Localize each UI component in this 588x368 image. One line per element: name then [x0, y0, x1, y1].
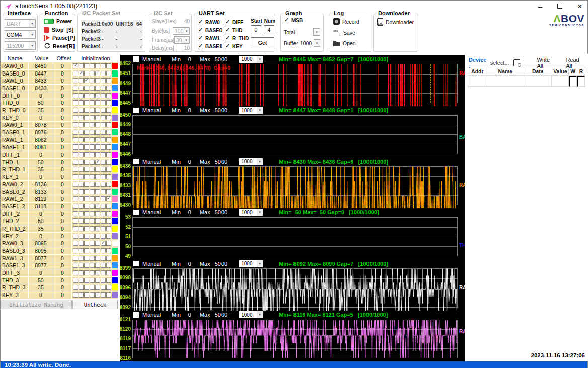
init-checkbox[interactable] — [79, 115, 84, 120]
init-checkbox[interactable] — [101, 93, 106, 98]
init-checkbox[interactable] — [106, 241, 111, 246]
read-checkbox[interactable] — [577, 76, 585, 87]
init-checkbox[interactable] — [84, 93, 89, 98]
init-checkbox[interactable] — [79, 100, 84, 105]
init-checkbox[interactable] — [95, 211, 100, 216]
init-checkbox[interactable] — [101, 218, 106, 224]
init-checkbox[interactable] — [101, 86, 106, 91]
init-checkbox[interactable] — [106, 234, 111, 239]
uncheck-button[interactable]: UnCheck — [72, 300, 118, 309]
manual-checkbox[interactable] — [133, 312, 139, 318]
init-checkbox[interactable] — [95, 174, 100, 179]
init-checkbox[interactable] — [106, 256, 111, 261]
init-checkbox[interactable] — [84, 285, 89, 290]
init-checkbox[interactable] — [106, 218, 111, 224]
init-checkbox[interactable] — [73, 211, 78, 216]
record-button[interactable]: Record — [333, 18, 359, 25]
uart-check-base1[interactable]: BASE1 — [198, 42, 222, 50]
buffer-select[interactable]: ▼ — [314, 39, 320, 47]
init-checkbox[interactable] — [95, 160, 100, 165]
init-checkbox[interactable] — [84, 270, 89, 275]
init-checkbox[interactable] — [79, 174, 84, 179]
init-checkbox[interactable] — [101, 234, 106, 239]
init-checkbox[interactable] — [84, 204, 89, 209]
init-checkbox[interactable] — [90, 182, 95, 187]
init-checkbox[interactable] — [79, 63, 84, 68]
init-checkbox[interactable] — [101, 160, 106, 165]
init-checkbox[interactable] — [90, 234, 95, 239]
init-checkbox[interactable] — [90, 122, 95, 127]
init-checkbox[interactable] — [95, 241, 100, 246]
init-checkbox[interactable] — [106, 226, 111, 231]
scale-select[interactable]: 1000▼ — [239, 311, 263, 318]
init-checkbox[interactable] — [79, 226, 84, 231]
init-checkbox[interactable] — [90, 211, 95, 216]
init-checkbox[interactable] — [90, 160, 95, 165]
init-checkbox[interactable] — [101, 137, 106, 142]
init-checkbox[interactable] — [101, 285, 106, 290]
init-checkbox[interactable] — [106, 115, 111, 120]
init-checkbox[interactable] — [90, 93, 95, 98]
init-checkbox[interactable] — [73, 115, 78, 120]
init-checkbox[interactable] — [73, 160, 78, 165]
pause-button[interactable]: Pause[P] — [44, 35, 75, 41]
init-checkbox[interactable] — [73, 86, 78, 91]
init-checkbox[interactable] — [84, 100, 89, 105]
init-checkbox[interactable] — [90, 152, 95, 157]
save-button[interactable]: Save — [333, 29, 355, 36]
open-button[interactable]: Open — [333, 40, 356, 46]
init-checkbox[interactable] — [73, 270, 78, 275]
init-checkbox[interactable] — [95, 248, 100, 253]
init-checkbox[interactable] — [101, 63, 106, 68]
init-checkbox[interactable] — [79, 78, 84, 83]
maximize-button[interactable] — [557, 4, 562, 9]
reset-button[interactable]: Reset[R] — [44, 43, 75, 49]
init-checkbox[interactable] — [79, 86, 84, 91]
init-checkbox[interactable] — [73, 78, 78, 83]
init-checkbox[interactable] — [101, 108, 106, 113]
init-checkbox[interactable] — [84, 160, 89, 165]
init-checkbox[interactable] — [90, 189, 95, 194]
init-checkbox[interactable] — [106, 278, 111, 283]
init-checkbox[interactable] — [84, 122, 89, 127]
checkbox-icon[interactable] — [198, 44, 203, 49]
init-checkbox[interactable] — [90, 196, 95, 201]
init-checkbox[interactable] — [106, 100, 111, 105]
checkbox-icon[interactable] — [225, 36, 230, 41]
init-checkbox[interactable] — [90, 204, 95, 209]
init-checkbox[interactable] — [95, 63, 100, 68]
init-checkbox[interactable] — [101, 211, 106, 216]
init-checkbox[interactable] — [101, 100, 106, 105]
scale-select[interactable]: 1000▼ — [239, 107, 263, 114]
init-checkbox[interactable] — [79, 256, 84, 261]
downloader-button[interactable]: EXEDownloader — [377, 18, 414, 26]
manual-checkbox[interactable] — [133, 261, 139, 266]
uart-check-thd[interactable]: THD — [225, 26, 249, 34]
manual-checkbox[interactable] — [133, 210, 139, 215]
init-checkbox[interactable] — [101, 189, 106, 194]
init-checkbox[interactable] — [101, 130, 106, 135]
init-checkbox[interactable] — [95, 182, 100, 187]
init-checkbox[interactable] — [106, 160, 111, 165]
init-checkbox[interactable] — [90, 292, 95, 298]
scale-select[interactable]: 1000▼ — [239, 260, 263, 267]
init-checkbox[interactable] — [79, 182, 84, 187]
init-checkbox[interactable] — [106, 152, 111, 157]
manual-checkbox[interactable] — [133, 108, 139, 113]
init-checkbox[interactable] — [106, 189, 111, 194]
init-checkbox[interactable] — [106, 211, 111, 216]
scale-select[interactable]: 1000▼ — [239, 158, 263, 165]
init-checkbox[interactable] — [90, 130, 95, 135]
init-checkbox[interactable] — [79, 144, 84, 150]
checkbox-icon[interactable] — [225, 20, 230, 25]
init-checkbox[interactable] — [95, 115, 100, 120]
init-checkbox[interactable] — [90, 256, 95, 261]
init-checkbox[interactable] — [106, 248, 111, 253]
power-button[interactable]: Power — [44, 18, 72, 24]
init-checkbox[interactable] — [101, 115, 106, 120]
init-checkbox[interactable] — [90, 71, 95, 76]
uart-check-base0[interactable]: BASE0 — [198, 26, 222, 34]
init-checkbox[interactable] — [79, 122, 84, 127]
init-checkbox[interactable] — [90, 167, 95, 172]
init-checkbox[interactable] — [95, 226, 100, 231]
